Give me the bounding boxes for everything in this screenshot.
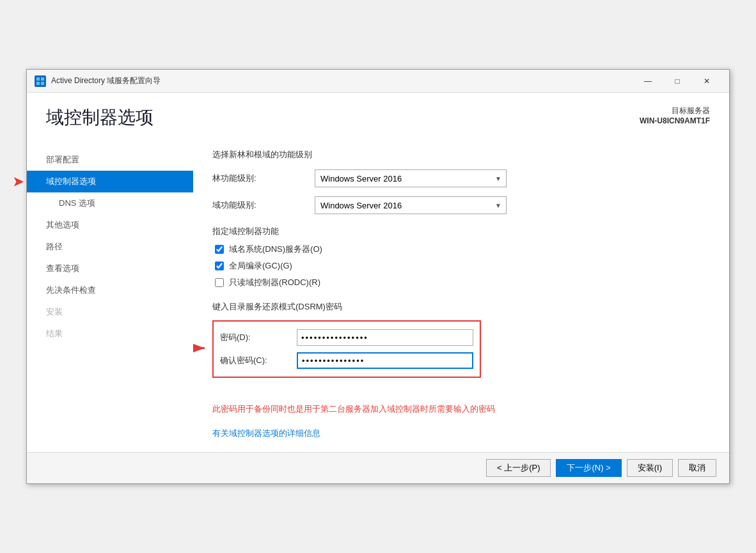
- password-box: 密码(D): 确认密码(C):: [212, 320, 481, 378]
- titlebar: Active Directory 域服务配置向导 — □ ✕: [27, 70, 729, 93]
- page-title: 域控制器选项: [46, 105, 154, 130]
- domain-level-row: 域功能级别: Windows Server 2016 Windows Serve…: [212, 196, 704, 214]
- cancel-button[interactable]: 取消: [678, 459, 716, 477]
- red-arrow-container: [193, 336, 209, 363]
- dns-label: 域名系统(DNS)服务器(O): [229, 244, 322, 255]
- svg-rect-1: [41, 77, 44, 81]
- active-arrow-icon: ➤: [13, 174, 24, 189]
- svg-rect-0: [36, 77, 40, 81]
- password-input[interactable]: [297, 329, 473, 346]
- dc-functions-title: 指定域控制器功能: [212, 226, 704, 237]
- password-label: 密码(D):: [220, 332, 297, 343]
- sidebar-item-dc-options[interactable]: 域控制器选项 ➤: [27, 171, 193, 192]
- forest-level-label: 林功能级别:: [212, 173, 315, 184]
- sidebar-item-label: 路径: [46, 242, 63, 251]
- body-layout: 部署配置 域控制器选项 ➤ DNS 选项 其他选项 路径 查看选项: [27, 136, 729, 452]
- sidebar-item-dns-options[interactable]: DNS 选项: [27, 192, 193, 214]
- sidebar-item-label: 部署配置: [46, 155, 79, 164]
- svg-rect-2: [36, 82, 40, 85]
- forest-level-row: 林功能级别: Windows Server 2016 Windows Serve…: [212, 169, 704, 187]
- domain-level-select[interactable]: Windows Server 2016 Windows Server 2012 …: [315, 196, 507, 214]
- sidebar-item-label: 域控制器选项: [46, 176, 96, 186]
- sidebar-item-review[interactable]: 查看选项: [27, 258, 193, 279]
- back-button[interactable]: < 上一步(P): [486, 459, 551, 477]
- rodc-label: 只读域控制器(RODC)(R): [229, 277, 320, 288]
- sidebar-item-prereq[interactable]: 先决条件检查: [27, 279, 193, 301]
- footer: < 上一步(P) 下一步(N) > 安装(I) 取消: [27, 452, 729, 483]
- domain-level-select-wrapper: Windows Server 2016 Windows Server 2012 …: [315, 196, 507, 214]
- confirm-password-row: 确认密码(C):: [220, 352, 473, 369]
- header-area: 域控制器选项 目标服务器 WIN-U8ICN9AMT1F: [27, 93, 729, 136]
- target-server-name: WIN-U8ICN9AMT1F: [640, 116, 710, 125]
- annotation-text: 此密码用于备份同时也是用于第二台服务器加入域控制器时所需要输入的密码: [212, 403, 704, 415]
- window-title: Active Directory 域服务配置向导: [51, 75, 161, 86]
- sidebar-item-results: 结果: [27, 323, 193, 345]
- maximize-button[interactable]: □: [663, 72, 692, 90]
- password-section-title: 键入目录服务还原模式(DSRM)密码: [212, 301, 704, 313]
- sidebar-item-install: 安装: [27, 301, 193, 323]
- dns-checkbox-row: 域名系统(DNS)服务器(O): [212, 244, 704, 255]
- red-arrow-icon: [193, 336, 209, 361]
- rodc-checkbox-row: 只读域控制器(RODC)(R): [212, 277, 704, 288]
- gc-checkbox[interactable]: [215, 261, 224, 270]
- password-row: 密码(D):: [220, 329, 473, 346]
- dns-checkbox[interactable]: [215, 245, 224, 254]
- gc-checkbox-row: 全局编录(GC)(G): [212, 260, 704, 272]
- forest-level-select-wrapper: Windows Server 2016 Windows Server 2012 …: [315, 169, 507, 187]
- forest-domain-level-title: 选择新林和根域的功能级别: [212, 149, 704, 160]
- detail-link[interactable]: 有关域控制器选项的详细信息: [212, 428, 320, 438]
- sidebar-item-label: 先决条件检查: [46, 285, 96, 295]
- close-button[interactable]: ✕: [692, 72, 721, 90]
- app-icon: [35, 75, 46, 87]
- sidebar: 部署配置 域控制器选项 ➤ DNS 选项 其他选项 路径 查看选项: [27, 136, 193, 452]
- titlebar-left: Active Directory 域服务配置向导: [35, 75, 161, 87]
- sidebar-item-deployment[interactable]: 部署配置: [27, 149, 193, 171]
- sidebar-item-label: DNS 选项: [59, 198, 95, 208]
- rodc-checkbox[interactable]: [215, 278, 224, 287]
- main-window: Active Directory 域服务配置向导 — □ ✕ 域控制器选项 目标…: [26, 69, 730, 484]
- sidebar-item-other-options[interactable]: 其他选项: [27, 214, 193, 236]
- domain-level-label: 域功能级别:: [212, 199, 315, 211]
- forest-level-select[interactable]: Windows Server 2016 Windows Server 2012 …: [315, 169, 507, 187]
- target-server-label: 目标服务器: [672, 106, 710, 115]
- confirm-password-input[interactable]: [297, 352, 473, 369]
- gc-label: 全局编录(GC)(G): [229, 260, 292, 272]
- sidebar-item-label: 结果: [46, 329, 63, 338]
- confirm-password-label: 确认密码(C):: [220, 355, 297, 366]
- password-section-wrapper: 密码(D): 确认密码(C):: [212, 320, 481, 378]
- target-server-info: 目标服务器 WIN-U8ICN9AMT1F: [640, 105, 710, 125]
- window-controls: — □ ✕: [633, 72, 721, 90]
- main-layout: 域控制器选项 目标服务器 WIN-U8ICN9AMT1F 部署配置 域控制器选项…: [27, 93, 729, 452]
- minimize-button[interactable]: —: [633, 72, 663, 90]
- main-panel: 选择新林和根域的功能级别 林功能级别: Windows Server 2016 …: [193, 136, 729, 452]
- sidebar-item-label: 其他选项: [46, 220, 79, 230]
- sidebar-item-label: 查看选项: [46, 263, 79, 273]
- install-button[interactable]: 安装(I): [627, 459, 673, 477]
- sidebar-item-paths[interactable]: 路径: [27, 236, 193, 258]
- svg-rect-3: [41, 82, 44, 85]
- sidebar-item-label: 安装: [46, 307, 63, 316]
- next-button[interactable]: 下一步(N) >: [556, 459, 621, 477]
